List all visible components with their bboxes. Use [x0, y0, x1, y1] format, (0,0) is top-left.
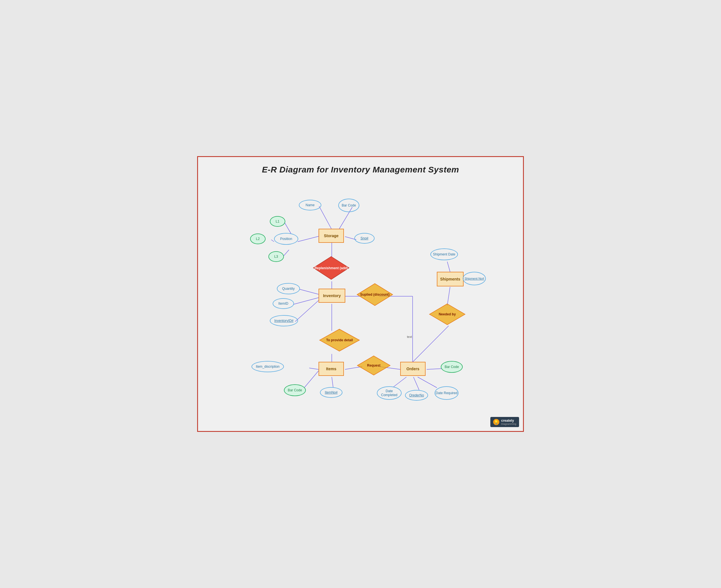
svg-line-5 [271, 240, 274, 242]
attr-shipment-no: Shipment No# [463, 272, 486, 285]
rel-needed-by: Needed by [429, 303, 465, 325]
attr-itemno: ItemNo# [320, 387, 342, 398]
attr-l2: L2 [250, 233, 266, 244]
attr-orderno: OrederNo [405, 390, 428, 401]
attr-l1: L1 [270, 216, 285, 227]
rel-replenishment: Replenishment (add) [313, 256, 349, 280]
rel-to-provide: To provide detail [319, 329, 360, 352]
svg-line-22 [414, 377, 419, 390]
svg-line-0 [319, 206, 332, 230]
attr-date-required: Date Required [435, 386, 459, 400]
entity-orders: Orders [400, 362, 425, 376]
svg-line-4 [285, 223, 291, 233]
svg-line-3 [298, 236, 319, 242]
rel-request: Request [357, 355, 390, 376]
attr-barcode-storage: Bar Code [338, 198, 359, 212]
svg-line-6 [283, 250, 289, 257]
entity-storage: Storage [319, 229, 344, 243]
entity-shipments: Shipments [437, 272, 464, 287]
svg-line-26 [447, 261, 450, 272]
svg-text:text: text [407, 335, 412, 338]
attr-position: Position [274, 233, 298, 245]
diagram-title: E-R Diagram for Inventory Management Sys… [198, 165, 523, 174]
attr-name: Name [299, 200, 321, 210]
attr-shipment-date: Shipment Date [430, 248, 458, 260]
bulb-icon: 💡 [493, 419, 499, 425]
svg-line-11 [295, 300, 319, 321]
attr-l3: L3 [268, 251, 284, 262]
attr-quantity: Quantity [277, 283, 300, 294]
svg-line-29 [413, 326, 449, 362]
svg-line-21 [393, 377, 406, 387]
attr-barcode-items: Bar Code [284, 384, 306, 396]
svg-line-15 [309, 368, 319, 370]
svg-line-23 [418, 377, 437, 388]
svg-line-17 [332, 377, 333, 388]
entity-inventory: Inventory [319, 289, 345, 303]
svg-line-20 [427, 369, 442, 370]
attr-item-desc: Item_discription [252, 361, 284, 372]
attr-sno: Sno# [354, 233, 375, 244]
svg-line-10 [293, 298, 319, 304]
svg-line-28 [447, 287, 450, 306]
svg-line-9 [299, 289, 319, 294]
attr-barcode-orders: Bar Code [441, 361, 463, 373]
entity-items: Items [319, 362, 344, 376]
attr-inventoryid: InventoryID# [270, 315, 298, 327]
diagram-container: E-R Diagram for Inventory Management Sys… [197, 156, 524, 432]
attr-date-completed: Date Completed [377, 386, 402, 400]
watermark: 💡 creately Diagramming [490, 417, 519, 427]
rel-suplied: Suplied (discount) [357, 283, 393, 306]
attr-itemid: ItemID [273, 298, 294, 309]
